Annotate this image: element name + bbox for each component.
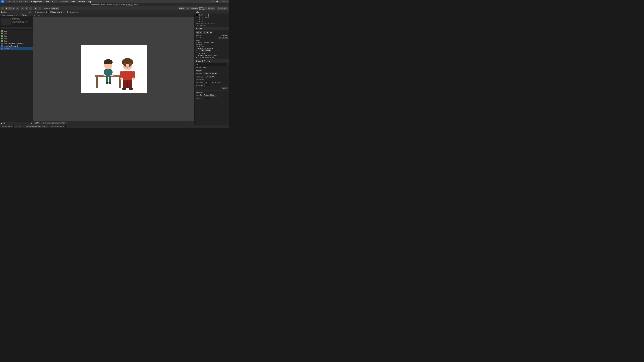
- cache-checkbox[interactable]: [196, 54, 197, 56]
- project-search-input[interactable]: [1, 27, 32, 29]
- effects-search-input[interactable]: [196, 63, 228, 66]
- prev-first-btn[interactable]: ⏮: [196, 31, 198, 34]
- zoom-display[interactable]: 200%: [34, 122, 40, 124]
- smoother-title: Smoother: [196, 91, 228, 93]
- prev-stop-btn[interactable]: ■: [203, 31, 206, 34]
- info-section-content: R: 47 G: 0 B: 0 A: 0: [194, 13, 229, 27]
- menu-effect[interactable]: Effect: [51, 0, 58, 3]
- zoom-tool[interactable]: 🔍: [8, 7, 12, 10]
- new-folder-btn[interactable]: 📁: [1, 122, 2, 124]
- tab-composition1[interactable]: Composition 1: [33, 11, 48, 13]
- wiggler-apply-btn[interactable]: Apply: [221, 87, 228, 89]
- workspace-standard[interactable]: Standard: [191, 7, 198, 10]
- eraser-tool[interactable]: ◻: [38, 7, 41, 10]
- skip-select[interactable]: 012: [199, 49, 204, 52]
- effects-presets-header[interactable]: Effects & Presets ≡: [194, 59, 229, 62]
- prev-last-btn[interactable]: ⏭: [210, 31, 212, 34]
- tab-footage-4[interactable]: Footage 4.jpg: [65, 11, 80, 13]
- svg-point-28: [122, 60, 125, 64]
- project-item-3[interactable]: 3.jpg: [0, 35, 33, 37]
- project-item-1[interactable]: 1.jpg: [0, 30, 33, 32]
- pen-tool[interactable]: ✏: [21, 7, 24, 10]
- wiggler-noise-select[interactable]: Smooth: [205, 76, 214, 78]
- tl-tab-zhong[interactable]: zhong.jpg 2 Comp 1: [48, 125, 66, 128]
- toolbar-separator-3: [42, 7, 42, 9]
- search-help[interactable]: Search Help: [217, 7, 228, 10]
- rotate-tool[interactable]: ⟳: [12, 7, 16, 10]
- comp-artwork: [81, 45, 147, 93]
- wiggler-section: Wiggler Apply To: Temporal Graph Noise T…: [196, 70, 228, 89]
- svg-rect-44: [129, 88, 133, 90]
- workspace-small-screen[interactable]: Small Screen: [198, 7, 207, 10]
- menu-composition[interactable]: Composition: [30, 0, 43, 3]
- select-tool[interactable]: ↖: [1, 7, 4, 10]
- project-item-4[interactable]: 4.jpg: [0, 37, 33, 40]
- preview-play-from-row: Play From: [196, 43, 228, 45]
- workspace-default[interactable]: Default: [178, 7, 185, 10]
- effects-panel-menu[interactable]: ≡: [227, 60, 228, 62]
- brush-tool[interactable]: 🖌: [34, 7, 37, 10]
- hand-tool[interactable]: ✋: [5, 7, 8, 10]
- wiggler-apply-btn-container: Apply: [196, 87, 228, 89]
- svg-rect-20: [109, 76, 111, 83]
- comp-view: [33, 17, 194, 121]
- menu-after-effects[interactable]: After Effects: [5, 0, 18, 3]
- move-time-checkbox[interactable]: [196, 57, 197, 58]
- tab-effect-controls[interactable]: Effect Controls zui Comp 1: [0, 14, 20, 16]
- new-comp-btn[interactable]: 🎬: [3, 122, 5, 124]
- info-section-header[interactable]: Info: [194, 10, 229, 13]
- motion-sketch-item[interactable]: Motion Sketch: [196, 67, 228, 69]
- tl-tab-render-queue[interactable]: Render Queue: [0, 125, 14, 128]
- wiggler-apply-to-select[interactable]: Temporal Graph: [203, 72, 217, 75]
- project-panel-menu[interactable]: ≡: [30, 11, 32, 13]
- shape-tool[interactable]: □: [29, 7, 32, 10]
- tl-tab-zui-comp[interactable]: zui Comp 1: [14, 125, 25, 128]
- tl-tab-tianshou[interactable]: tianshoulandong.jpg Comp 1: [25, 125, 48, 128]
- menu-animation[interactable]: Animation: [58, 0, 69, 3]
- wiggler-title: Wiggler: [196, 70, 228, 72]
- view-selector[interactable]: 1 View: [59, 122, 66, 124]
- menu-file[interactable]: File: [18, 0, 24, 3]
- menu-edit[interactable]: Edit: [24, 0, 30, 3]
- include-overlay-btn[interactable]: ⊞: [225, 37, 228, 39]
- menu-view[interactable]: View: [70, 0, 76, 3]
- prev-play-btn[interactable]: ▶: [206, 31, 209, 34]
- project-bottom-bar: 📁 🎬 🗑: [0, 122, 33, 125]
- info-y-row: Y: 348: [205, 16, 209, 18]
- fullscreen-checkbox[interactable]: [196, 52, 197, 54]
- camera-selector[interactable]: Active Camera: [46, 122, 59, 124]
- workspace-libraries[interactable]: Libraries: [208, 7, 215, 10]
- project-item-5[interactable]: 5.jpg: [0, 40, 33, 42]
- prev-prev-btn[interactable]: ◀: [199, 31, 202, 34]
- menu-help[interactable]: Help: [86, 0, 92, 3]
- comp-canvas: [81, 45, 147, 93]
- menu-layer[interactable]: Layer: [44, 0, 51, 3]
- project-item-2[interactable]: 2.jpg: [0, 32, 33, 35]
- project-item-zui[interactable]: zui Comp 1: [0, 47, 33, 50]
- snap-toggle[interactable]: Snapping: [51, 7, 59, 10]
- menu-bar: Ae After Effects File Edit Composition L…: [0, 0, 229, 3]
- resolution-select[interactable]: AutoFullHalf: [204, 49, 210, 52]
- smoother-tolerance-input[interactable]: [204, 97, 210, 99]
- workspace-learn[interactable]: Learn: [186, 7, 190, 10]
- preview-shortcut-row: Shortcut: Spacebar: [196, 34, 228, 36]
- project-item-tianshou[interactable]: tianshoulandong.jpg Comp 1: [0, 42, 33, 45]
- include-options: 🎬 🔊 ⊞: [218, 37, 228, 39]
- anchor-tool[interactable]: ⊕: [16, 7, 19, 10]
- svg-point-18: [109, 65, 111, 66]
- delete-btn[interactable]: 🗑: [31, 122, 32, 124]
- project-item-zhong[interactable]: zhong.jpg 2 Comp 1: [0, 45, 33, 47]
- menu-window[interactable]: Window: [77, 0, 86, 3]
- quality-display[interactable]: Full: [41, 122, 46, 124]
- include-video-btn[interactable]: 🎬: [218, 37, 222, 39]
- text-tool[interactable]: T: [25, 7, 28, 10]
- comp-name: zui Comp 1: [12, 17, 28, 19]
- toolbar-separator-2: [33, 7, 33, 9]
- smoother-apply-to-select[interactable]: Temporal Graph: [203, 94, 217, 96]
- wiggler-freq-input[interactable]: [204, 81, 211, 83]
- include-audio-btn[interactable]: 🔊: [222, 37, 224, 39]
- tab-layer-hejian[interactable]: Layer hejian.jpg: [48, 11, 65, 13]
- preview-section-header[interactable]: Preview: [194, 27, 229, 30]
- tab-project[interactable]: Project: [20, 14, 28, 16]
- wiggler-mag-input[interactable]: [204, 84, 211, 86]
